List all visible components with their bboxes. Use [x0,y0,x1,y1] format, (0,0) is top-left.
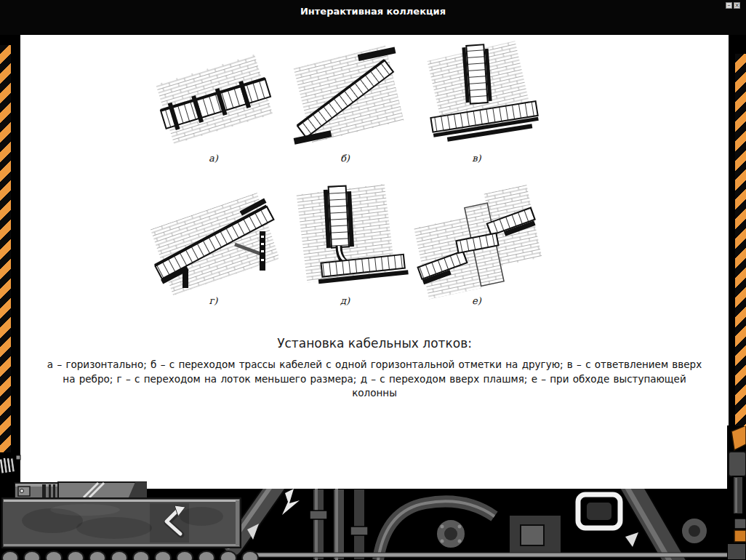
figure-g-drawing [149,183,278,305]
right-edge-art [727,425,746,560]
caption-body: а – горизонтально; б – с переходом трасс… [43,358,706,401]
window-title: Интерактивная коллекция [0,6,746,17]
figure-label: д) [340,295,350,306]
metal-strip-art [15,481,147,499]
coil-art [0,449,22,481]
figure-a-drawing [149,41,278,163]
figure-label: е) [472,295,481,306]
figure-grid: а) б) [148,41,544,326]
figure-label: б) [340,153,350,164]
hazard-stripe-left [0,45,11,452]
figure-label: г) [209,295,218,306]
application-window: { "window": { "title": "Интерактивная ко… [0,0,746,560]
content-area: а) б) [20,35,729,489]
figure-e: е) [411,183,542,326]
minimize-button[interactable]: – [726,2,732,9]
hazard-stripe-right [735,54,746,426]
figure-a: а) [148,41,279,183]
figure-v: в) [411,41,542,183]
figure-d-drawing [281,183,410,305]
title-bar: Интерактивная коллекция [0,0,746,35]
figure-b: б) [279,41,411,183]
figure-label: в) [472,153,481,164]
back-button[interactable] [1,497,241,548]
caption-title: Установка кабельных лотков: [20,336,729,351]
figure-b-drawing [281,41,410,163]
figure-e-drawing [412,183,542,305]
figure-g: г) [148,183,279,326]
figure-d: д) [279,183,411,326]
figure-v-drawing [412,41,542,163]
figure-label: а) [209,153,218,164]
back-panel-art [1,497,241,548]
close-button[interactable]: × [734,2,740,9]
